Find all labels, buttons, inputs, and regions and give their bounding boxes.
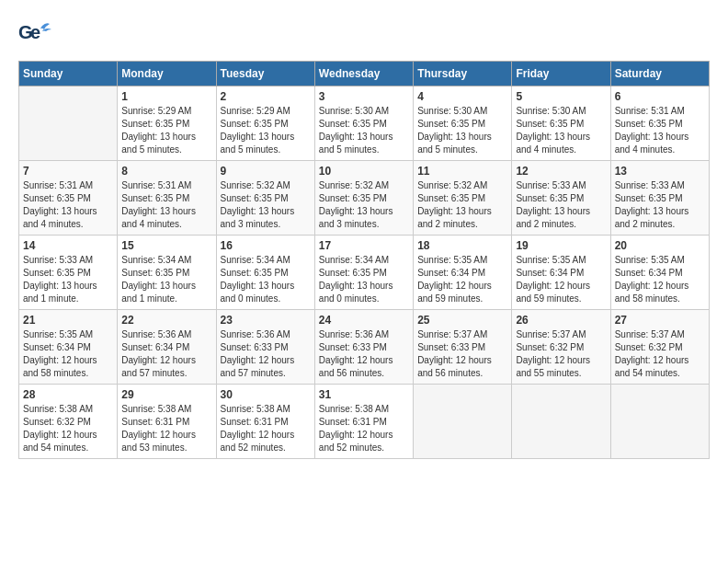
day-number: 13 xyxy=(615,165,705,178)
day-info: Sunrise: 5:31 AMSunset: 6:35 PMDaylight:… xyxy=(121,179,211,231)
day-info: Sunrise: 5:30 AMSunset: 6:35 PMDaylight:… xyxy=(516,105,606,156)
calendar-cell: 4Sunrise: 5:30 AMSunset: 6:35 PMDaylight… xyxy=(414,86,512,161)
day-number: 4 xyxy=(417,90,507,103)
day-number: 5 xyxy=(516,90,606,103)
day-info: Sunrise: 5:34 AMSunset: 6:35 PMDaylight:… xyxy=(121,254,211,305)
calendar-cell xyxy=(512,385,610,459)
day-info: Sunrise: 5:32 AMSunset: 6:35 PMDaylight:… xyxy=(221,179,311,231)
calendar-cell: 6Sunrise: 5:31 AMSunset: 6:35 PMDaylight… xyxy=(610,86,709,161)
day-number: 16 xyxy=(221,239,311,252)
day-number: 28 xyxy=(23,388,113,401)
calendar-cell: 26Sunrise: 5:37 AMSunset: 6:32 PMDayligh… xyxy=(512,310,610,385)
calendar-cell: 12Sunrise: 5:33 AMSunset: 6:35 PMDayligh… xyxy=(512,161,610,236)
day-info: Sunrise: 5:33 AMSunset: 6:35 PMDaylight:… xyxy=(615,179,705,231)
calendar-header-row: SundayMondayTuesdayWednesdayThursdayFrid… xyxy=(19,62,710,86)
day-number: 17 xyxy=(319,239,409,252)
calendar-week-row: 28Sunrise: 5:38 AMSunset: 6:32 PMDayligh… xyxy=(19,385,710,459)
calendar-week-row: 1Sunrise: 5:29 AMSunset: 6:35 PMDaylight… xyxy=(19,86,710,161)
day-info: Sunrise: 5:38 AMSunset: 6:31 PMDaylight:… xyxy=(121,403,211,454)
calendar-cell: 28Sunrise: 5:38 AMSunset: 6:32 PMDayligh… xyxy=(19,385,118,459)
day-info: Sunrise: 5:38 AMSunset: 6:31 PMDaylight:… xyxy=(221,403,311,454)
day-number: 21 xyxy=(23,314,113,327)
svg-text:e: e xyxy=(30,22,40,42)
calendar-week-row: 14Sunrise: 5:33 AMSunset: 6:35 PMDayligh… xyxy=(19,236,710,310)
day-number: 23 xyxy=(221,314,311,327)
day-number: 29 xyxy=(121,388,211,401)
column-header-monday: Monday xyxy=(118,62,216,86)
day-number: 9 xyxy=(221,165,311,178)
day-number: 25 xyxy=(417,314,507,327)
calendar-cell: 9Sunrise: 5:32 AMSunset: 6:35 PMDaylight… xyxy=(216,161,314,236)
day-number: 7 xyxy=(23,165,113,178)
day-info: Sunrise: 5:30 AMSunset: 6:35 PMDaylight:… xyxy=(319,105,409,156)
day-number: 30 xyxy=(221,388,311,401)
day-info: Sunrise: 5:34 AMSunset: 6:35 PMDaylight:… xyxy=(221,254,311,305)
day-info: Sunrise: 5:33 AMSunset: 6:35 PMDaylight:… xyxy=(23,254,113,305)
day-info: Sunrise: 5:31 AMSunset: 6:35 PMDaylight:… xyxy=(23,179,113,231)
calendar-cell: 2Sunrise: 5:29 AMSunset: 6:35 PMDaylight… xyxy=(216,86,314,161)
day-info: Sunrise: 5:35 AMSunset: 6:34 PMDaylight:… xyxy=(615,254,705,305)
logo-icon: G e xyxy=(18,18,51,52)
calendar-cell: 21Sunrise: 5:35 AMSunset: 6:34 PMDayligh… xyxy=(19,310,118,385)
column-header-sunday: Sunday xyxy=(19,62,118,86)
calendar-cell: 14Sunrise: 5:33 AMSunset: 6:35 PMDayligh… xyxy=(19,236,118,310)
calendar-cell: 5Sunrise: 5:30 AMSunset: 6:35 PMDaylight… xyxy=(512,86,610,161)
column-header-saturday: Saturday xyxy=(610,62,709,86)
calendar-table: SundayMondayTuesdayWednesdayThursdayFrid… xyxy=(18,61,710,459)
day-info: Sunrise: 5:35 AMSunset: 6:34 PMDaylight:… xyxy=(417,254,507,305)
day-number: 26 xyxy=(516,314,606,327)
day-info: Sunrise: 5:34 AMSunset: 6:35 PMDaylight:… xyxy=(319,254,409,305)
day-info: Sunrise: 5:37 AMSunset: 6:33 PMDaylight:… xyxy=(417,328,507,380)
column-header-friday: Friday xyxy=(512,62,610,86)
day-info: Sunrise: 5:36 AMSunset: 6:33 PMDaylight:… xyxy=(221,328,311,380)
column-header-thursday: Thursday xyxy=(414,62,512,86)
calendar-cell: 25Sunrise: 5:37 AMSunset: 6:33 PMDayligh… xyxy=(414,310,512,385)
day-info: Sunrise: 5:31 AMSunset: 6:35 PMDaylight:… xyxy=(615,105,705,156)
logo: G e xyxy=(18,18,55,52)
calendar-cell: 17Sunrise: 5:34 AMSunset: 6:35 PMDayligh… xyxy=(314,236,413,310)
day-info: Sunrise: 5:37 AMSunset: 6:32 PMDaylight:… xyxy=(516,328,606,380)
calendar-cell: 20Sunrise: 5:35 AMSunset: 6:34 PMDayligh… xyxy=(610,236,709,310)
calendar-cell xyxy=(610,385,709,459)
day-number: 12 xyxy=(516,165,606,178)
calendar-cell: 29Sunrise: 5:38 AMSunset: 6:31 PMDayligh… xyxy=(118,385,216,459)
calendar-cell: 23Sunrise: 5:36 AMSunset: 6:33 PMDayligh… xyxy=(216,310,314,385)
calendar-week-row: 7Sunrise: 5:31 AMSunset: 6:35 PMDaylight… xyxy=(19,161,710,236)
day-info: Sunrise: 5:33 AMSunset: 6:35 PMDaylight:… xyxy=(516,179,606,231)
calendar-cell: 31Sunrise: 5:38 AMSunset: 6:31 PMDayligh… xyxy=(314,385,413,459)
day-info: Sunrise: 5:35 AMSunset: 6:34 PMDaylight:… xyxy=(516,254,606,305)
calendar-cell: 22Sunrise: 5:36 AMSunset: 6:34 PMDayligh… xyxy=(118,310,216,385)
column-header-wednesday: Wednesday xyxy=(314,62,413,86)
calendar-cell: 27Sunrise: 5:37 AMSunset: 6:32 PMDayligh… xyxy=(610,310,709,385)
day-number: 10 xyxy=(319,165,409,178)
day-info: Sunrise: 5:36 AMSunset: 6:33 PMDaylight:… xyxy=(319,328,409,380)
calendar-cell: 11Sunrise: 5:32 AMSunset: 6:35 PMDayligh… xyxy=(414,161,512,236)
day-number: 1 xyxy=(121,90,211,103)
page-header: G e xyxy=(18,18,710,52)
calendar-cell: 10Sunrise: 5:32 AMSunset: 6:35 PMDayligh… xyxy=(314,161,413,236)
calendar-cell: 3Sunrise: 5:30 AMSunset: 6:35 PMDaylight… xyxy=(314,86,413,161)
calendar-week-row: 21Sunrise: 5:35 AMSunset: 6:34 PMDayligh… xyxy=(19,310,710,385)
day-info: Sunrise: 5:37 AMSunset: 6:32 PMDaylight:… xyxy=(615,328,705,380)
day-info: Sunrise: 5:32 AMSunset: 6:35 PMDaylight:… xyxy=(319,179,409,231)
day-info: Sunrise: 5:32 AMSunset: 6:35 PMDaylight:… xyxy=(417,179,507,231)
day-number: 31 xyxy=(319,388,409,401)
calendar-cell: 15Sunrise: 5:34 AMSunset: 6:35 PMDayligh… xyxy=(118,236,216,310)
day-number: 15 xyxy=(121,239,211,252)
calendar-cell: 24Sunrise: 5:36 AMSunset: 6:33 PMDayligh… xyxy=(314,310,413,385)
day-info: Sunrise: 5:30 AMSunset: 6:35 PMDaylight:… xyxy=(417,105,507,156)
day-info: Sunrise: 5:35 AMSunset: 6:34 PMDaylight:… xyxy=(23,328,113,380)
day-number: 3 xyxy=(319,90,409,103)
calendar-cell: 7Sunrise: 5:31 AMSunset: 6:35 PMDaylight… xyxy=(19,161,118,236)
calendar-cell: 30Sunrise: 5:38 AMSunset: 6:31 PMDayligh… xyxy=(216,385,314,459)
column-header-tuesday: Tuesday xyxy=(216,62,314,86)
day-number: 24 xyxy=(319,314,409,327)
calendar-cell xyxy=(19,86,118,161)
calendar-cell: 1Sunrise: 5:29 AMSunset: 6:35 PMDaylight… xyxy=(118,86,216,161)
day-number: 18 xyxy=(417,239,507,252)
day-number: 22 xyxy=(121,314,211,327)
day-info: Sunrise: 5:38 AMSunset: 6:31 PMDaylight:… xyxy=(319,403,409,454)
day-number: 14 xyxy=(23,239,113,252)
calendar-cell: 16Sunrise: 5:34 AMSunset: 6:35 PMDayligh… xyxy=(216,236,314,310)
day-number: 19 xyxy=(516,239,606,252)
